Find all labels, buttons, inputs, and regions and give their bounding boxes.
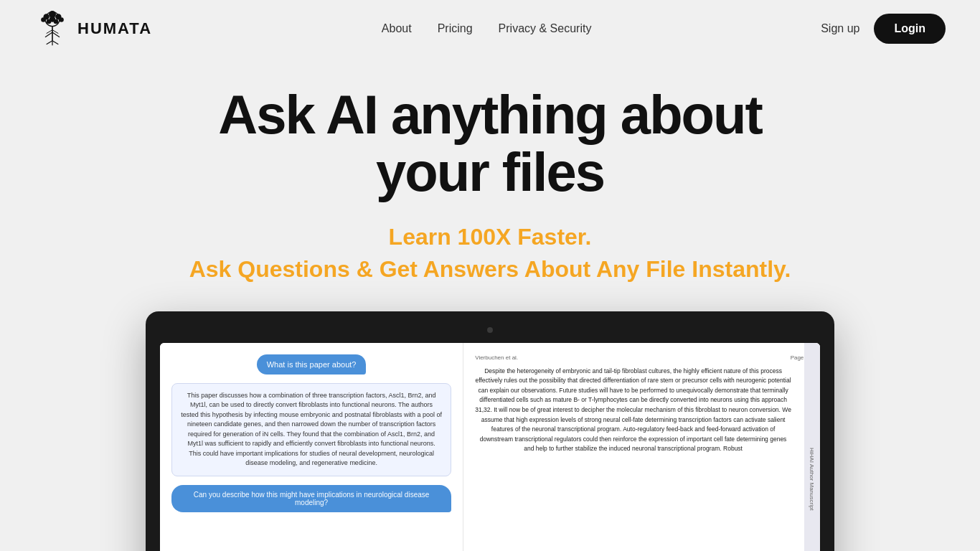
laptop-screen: What is this paper about? This paper dis… <box>160 343 820 551</box>
svg-line-7 <box>52 41 58 44</box>
laptop-camera <box>487 327 493 333</box>
nav-about[interactable]: About <box>382 22 412 35</box>
navbar: HUMATA About Pricing Privacy & Security … <box>0 0 980 57</box>
chat-answer-1: This paper discusses how a combination o… <box>171 383 451 476</box>
doc-panel: Vierbuchen et al. Page 7 Despite the het… <box>463 343 820 551</box>
logo-icon <box>34 11 70 47</box>
nav-actions: Sign up Login <box>821 14 946 44</box>
chat-question-2: Can you describe how this might have imp… <box>171 485 451 512</box>
logo[interactable]: HUMATA <box>34 11 152 47</box>
chat-panel: What is this paper about? This paper dis… <box>160 343 463 551</box>
nav-pricing[interactable]: Pricing <box>438 22 473 35</box>
hero-subtitle-1: Learn 100X Faster. <box>389 224 592 250</box>
doc-page-header: Vierbuchen et al. Page 7 <box>475 354 809 361</box>
nav-links: About Pricing Privacy & Security <box>382 22 592 35</box>
doc-body: Despite the heterogeneity of embryonic a… <box>475 367 809 454</box>
login-button[interactable]: Login <box>874 14 946 44</box>
laptop-outer: What is this paper about? This paper dis… <box>146 311 834 551</box>
doc-title: Vierbuchen et al. <box>475 354 518 361</box>
svg-point-14 <box>50 17 55 22</box>
laptop-camera-bar <box>160 323 820 337</box>
hero-section: Ask AI anything about your files Learn 1… <box>0 57 980 551</box>
nav-privacy-security[interactable]: Privacy & Security <box>499 22 592 35</box>
doc-author-tag: HiHAI Author Manuscript <box>804 343 820 551</box>
brand-name: HUMATA <box>77 19 152 38</box>
svg-line-2 <box>45 32 52 37</box>
hero-title: Ask AI anything about your files <box>167 86 813 201</box>
chat-question-1: What is this paper about? <box>257 354 367 375</box>
signup-link[interactable]: Sign up <box>821 22 859 35</box>
laptop-mockup: What is this paper about? This paper dis… <box>146 311 834 551</box>
svg-line-6 <box>47 41 52 44</box>
hero-subtitle-2: Ask Questions & Get Answers About Any Fi… <box>189 256 791 283</box>
svg-line-3 <box>52 32 60 37</box>
svg-point-16 <box>59 17 64 22</box>
svg-point-15 <box>41 17 46 22</box>
